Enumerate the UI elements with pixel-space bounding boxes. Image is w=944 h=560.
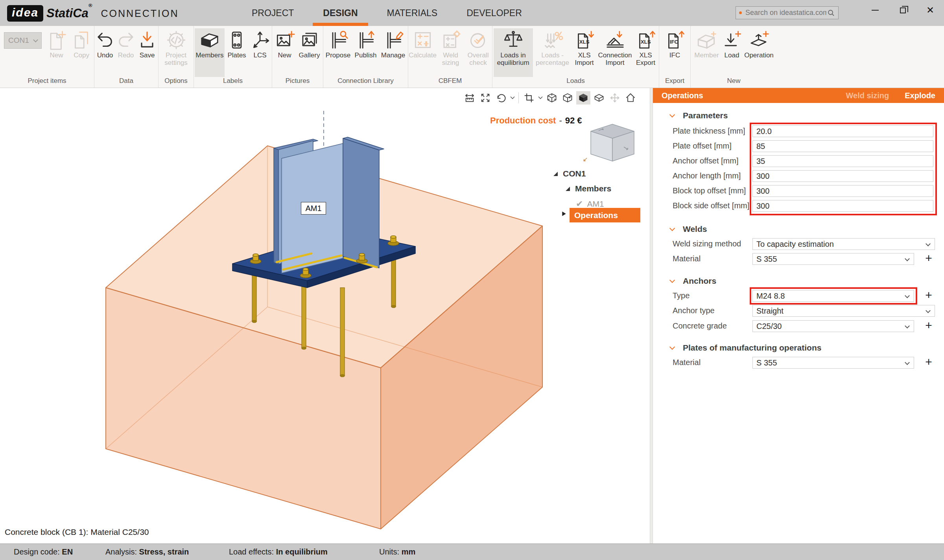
group-caption: Options [159,77,194,88]
search-box[interactable] [736,6,839,19]
group-caption: Loads [492,77,659,88]
xls-import-button[interactable]: XLS XLS Import [572,28,597,77]
measure-button[interactable] [463,91,477,105]
close-button[interactable]: ✕ [916,0,944,20]
save-button[interactable]: Save [136,28,158,77]
gallery-button[interactable]: Gallery [297,28,323,77]
new-load-button[interactable]: Load [721,28,743,77]
block-top-offset-input[interactable]: 300 [752,185,933,197]
section-plates-operations[interactable]: Plates of manufacturing operations [662,342,821,353]
weld-sizing-method-select[interactable]: To capacity estimation [752,238,935,250]
xls-export-button[interactable]: XLS XLS Export [634,28,658,77]
section-view-button[interactable] [592,91,606,105]
concrete-grade-select[interactable]: C25/30 [752,320,914,332]
anchor-type-bolt-select[interactable]: M24 8.8 [752,290,914,302]
overall-check-icon [467,29,489,51]
transform-button[interactable] [608,91,622,105]
menu-developer[interactable]: DEVELOPER [466,0,522,26]
new-operation-button[interactable]: Operation [743,28,775,77]
lcs-button[interactable]: LCS [249,28,271,77]
search-input[interactable] [745,8,827,17]
analysis-status[interactable]: Analysis: Stress, strain [105,547,189,556]
section-anchors[interactable]: Anchors [662,275,716,286]
ifc-button[interactable]: IFC IFC [663,28,687,77]
image-plus-icon [274,29,296,51]
panel-splitter[interactable] [650,88,653,543]
operations-panel: Operations Weld sizing Explode Parameter… [653,88,944,543]
home-icon [625,92,636,103]
menu-design[interactable]: DESIGN [323,0,358,26]
add-plates-material-button[interactable]: + [922,355,935,369]
active-menu-underline [313,23,368,26]
tree-expanded-icon[interactable] [553,171,558,176]
block-side-offset-input[interactable]: 300 [752,200,933,212]
chevron-down-icon [538,96,543,99]
viewport-3d[interactable]: Production cost-92 € AM1 CON1 Members ✔ … [0,88,650,543]
section-welds[interactable]: Welds [662,224,707,235]
loads-in-equilibrium-button[interactable]: Loads in equilibrium [494,28,533,77]
calculate-button: Calculate [409,28,437,77]
copy-icon [70,29,92,51]
menu-project[interactable]: PROJECT [252,0,294,26]
tree-item-con1[interactable]: CON1 [553,169,586,178]
chevron-down-icon [669,112,675,117]
connection-import-button[interactable]: Connection Import [597,28,634,77]
viewport-status-text: Concrete block (CB 1): Material C25/30 [5,527,149,537]
crop-icon [524,92,535,103]
manage-button[interactable]: Manage [380,28,407,77]
new-picture-button[interactable]: New [273,28,297,77]
member-beam-icon [199,29,221,51]
home-view-button[interactable] [623,91,638,105]
plates-material-select[interactable]: S 355 [752,357,914,369]
wireframe-view-button[interactable] [545,91,559,105]
add-concrete-grade-button[interactable]: + [922,319,935,332]
anchor-row: Type M24 8.8 + [653,290,944,302]
ribbon-group-project-items: CON1 New Copy Project items [0,26,94,88]
plate-icon [226,29,248,51]
add-material-button[interactable]: + [922,252,935,265]
restore-button[interactable] [889,0,916,20]
add-anchor-button[interactable]: + [922,288,935,302]
rotate-view-button[interactable] [494,91,508,105]
propose-button[interactable]: Propose [324,28,352,77]
viewport-toolbar [463,91,638,105]
weld-sizing-action[interactable]: Weld sizing [846,91,889,100]
plates-button[interactable]: Plates [225,28,249,77]
explode-action[interactable]: Explode [905,91,935,100]
ribbon-group-labels: Members Plates LCS Labels [194,26,272,88]
param-row: Anchor length [mm] 300 [653,170,944,182]
anchor-length-input[interactable]: 300 [752,170,933,182]
anchor-offset-input[interactable]: 35 [752,155,933,167]
tree-item-members[interactable]: Members [565,184,611,193]
tree-expanded-icon[interactable] [565,186,570,191]
tree-collapsed-icon[interactable] [562,211,566,217]
search-accent-dot [739,11,742,14]
statusbar: Design code: EN Analysis: Stress, strain… [0,543,944,560]
load-effects-status[interactable]: Load effects: In equilibrium [229,547,328,556]
solid-view-button[interactable] [576,91,590,105]
section-parameters[interactable]: Parameters [662,110,728,121]
ribbon-group-data: Undo Redo Save Data [94,26,159,88]
zoom-fit-button[interactable] [478,91,492,105]
save-icon [136,29,158,51]
anchor-shape-select[interactable]: Straight [752,305,935,317]
crop-view-button[interactable] [522,91,536,105]
tree-item-operations[interactable]: Operations [570,208,640,222]
con1-combo: CON1 [4,32,42,49]
units-status[interactable]: Units: mm [379,547,415,556]
minimize-button[interactable] [861,0,889,20]
plate-thickness-input[interactable]: 20.0 [752,125,933,137]
production-cost: Production cost-92 € [490,116,582,126]
menu-materials[interactable]: MATERIALS [387,0,438,26]
plate-offset-input[interactable]: 85 [752,140,933,152]
shaded-edges-view-button[interactable] [560,91,575,105]
anchor-row: Anchor type Straight [653,305,944,317]
weld-material-select[interactable]: S 355 [752,253,914,265]
undo-button[interactable]: Undo [94,28,116,77]
members-button[interactable]: Members [195,28,225,77]
rotate-options-chevron[interactable] [510,91,515,105]
new-document-icon [45,29,67,51]
crop-options-chevron[interactable] [538,91,543,105]
publish-button[interactable]: Publish [352,28,380,77]
design-code-status[interactable]: Design code: EN [14,547,73,556]
